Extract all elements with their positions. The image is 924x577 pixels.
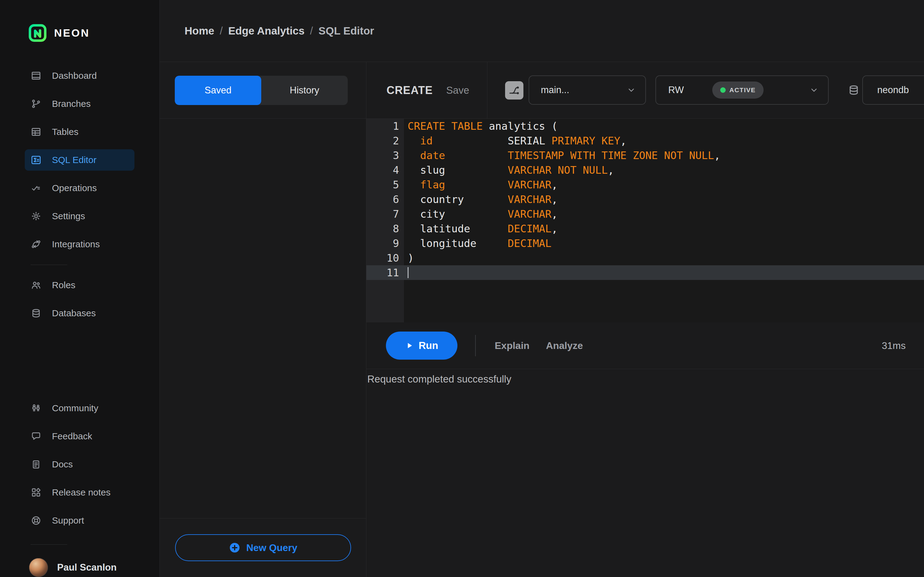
sidebar-item-tables[interactable]: Tables	[0, 118, 160, 146]
sidebar-item-label: Feedback	[52, 431, 92, 442]
tab-history[interactable]: History	[261, 76, 348, 105]
sidebar: NEON DashboardBranchesTablesSQL EditorOp…	[0, 0, 160, 577]
user-name: Paul Scanlon	[57, 562, 117, 573]
code-gutter-filler	[367, 280, 924, 322]
tab-saved[interactable]: Saved	[175, 76, 261, 105]
code-line[interactable]: 4 slug VARCHAR NOT NULL,	[367, 163, 924, 177]
code-line-content: )	[404, 251, 924, 265]
release-notes-icon	[31, 487, 42, 498]
code-line[interactable]: 1CREATE TABLE analytics (	[367, 119, 924, 134]
sidebar-item-label: Community	[52, 403, 99, 413]
brand[interactable]: NEON	[28, 24, 160, 42]
code-line[interactable]: 10)	[367, 251, 924, 265]
brand-name: NEON	[54, 27, 90, 39]
run-bar: Run Explain Analyze 31ms	[367, 322, 924, 369]
neon-logo	[28, 24, 47, 42]
sidebar-item-settings[interactable]: Settings	[0, 202, 160, 230]
tables-icon	[31, 126, 42, 137]
sidebar-item-release-notes[interactable]: Release notes	[0, 479, 160, 506]
workspace: Saved History New Query	[160, 62, 924, 577]
code-line[interactable]: 6 country VARCHAR,	[367, 192, 924, 207]
status-message: Request completed successfully	[367, 373, 924, 385]
sql-code-editor[interactable]: 1CREATE TABLE analytics (2 id SERIAL PRI…	[367, 119, 924, 322]
line-number: 10	[367, 251, 404, 265]
analyze-button[interactable]: Analyze	[546, 340, 583, 351]
sidebar-item-operations[interactable]: Operations	[0, 174, 160, 202]
operations-icon	[31, 182, 42, 193]
sidebar-item-sql-editor[interactable]: SQL Editor	[0, 146, 160, 174]
code-background	[404, 280, 924, 322]
run-bar-divider	[475, 335, 476, 356]
sidebar-item-label: SQL Editor	[52, 155, 97, 165]
main-area: Home/Edge Analytics/SQL Editor Saved His…	[160, 0, 924, 577]
line-number: 4	[367, 163, 404, 177]
sql-editor-icon	[31, 155, 42, 166]
avatar[interactable]	[29, 558, 48, 577]
sidebar-item-databases[interactable]: Databases	[0, 299, 160, 327]
compute-status-text: ACTIVE	[729, 86, 756, 94]
feedback-icon	[31, 431, 42, 442]
sidebar-item-label: Databases	[52, 308, 95, 318]
code-line-content: latitude DECIMAL,	[404, 221, 924, 236]
sidebar-item-community[interactable]: Community	[0, 394, 160, 422]
compute-select[interactable]: RW ACTIVE	[656, 76, 829, 105]
breadcrumb-separator: /	[310, 25, 313, 37]
gutter-background	[367, 280, 404, 322]
code-line[interactable]: 3 date TIMESTAMP WITH TIME ZONE NOT NULL…	[367, 148, 924, 163]
code-line[interactable]: 5 flag VARCHAR,	[367, 177, 924, 192]
new-query-button[interactable]: New Query	[175, 534, 351, 561]
sidebar-item-integrations[interactable]: Integrations	[0, 230, 160, 258]
code-line-content: date TIMESTAMP WITH TIME ZONE NOT NULL,	[404, 148, 924, 163]
sidebar-item-branches[interactable]: Branches	[0, 90, 160, 118]
line-number: 1	[367, 119, 404, 134]
code-line[interactable]: 7 city VARCHAR,	[367, 207, 924, 221]
breadcrumb-item[interactable]: Edge Analytics	[228, 25, 305, 37]
sidebar-nav-footer: CommunityFeedbackDocsRelease notesSuppor…	[0, 394, 160, 535]
sidebar-item-label: Settings	[52, 211, 85, 221]
sidebar-item-dashboard[interactable]: Dashboard	[0, 62, 160, 90]
code-line[interactable]: 9 longitude DECIMAL	[367, 236, 924, 251]
query-duration: 31ms	[882, 340, 906, 351]
run-button[interactable]: Run	[386, 332, 457, 359]
branch-compute-icon	[508, 84, 520, 97]
breadcrumb-item[interactable]: SQL Editor	[318, 25, 374, 37]
chevron-down-icon	[809, 85, 819, 95]
save-button[interactable]: Save	[446, 85, 469, 96]
saved-queries-list	[160, 119, 366, 518]
database-icon	[848, 84, 860, 96]
code-line[interactable]: 11	[367, 265, 924, 280]
sidebar-item-support[interactable]: Support	[0, 506, 160, 535]
sidebar-item-label: Branches	[52, 98, 91, 109]
app-root: NEON DashboardBranchesTablesSQL EditorOp…	[0, 0, 924, 577]
play-icon	[405, 341, 414, 350]
line-number: 2	[367, 134, 404, 148]
code-line[interactable]: 8 latitude DECIMAL,	[367, 221, 924, 236]
status-dot-icon	[720, 87, 726, 93]
roles-icon	[31, 280, 42, 291]
databases-icon	[31, 308, 42, 319]
code-line-content: country VARCHAR,	[404, 192, 924, 207]
text-cursor	[408, 267, 409, 278]
breadcrumb-item[interactable]: Home	[184, 25, 214, 37]
user-menu[interactable]: Paul Scanlon	[0, 558, 160, 577]
code-line-content: slug VARCHAR NOT NULL,	[404, 163, 924, 177]
query-title: CREATE	[386, 84, 433, 97]
branch-select[interactable]: main...	[528, 76, 646, 105]
sidebar-item-label: Roles	[52, 280, 76, 290]
support-icon	[31, 515, 42, 526]
sidebar-item-label: Support	[52, 515, 84, 526]
line-number: 5	[367, 177, 404, 192]
sidebar-user-divider	[31, 544, 67, 545]
queries-panel-footer: New Query	[160, 518, 366, 577]
integrations-icon	[31, 239, 42, 250]
sidebar-item-feedback[interactable]: Feedback	[0, 422, 160, 450]
sidebar-item-docs[interactable]: Docs	[0, 450, 160, 479]
database-select-value: neondb	[877, 85, 909, 95]
database-select[interactable]: neondb	[862, 76, 924, 105]
sidebar-item-roles[interactable]: Roles	[0, 271, 160, 299]
code-line-content: CREATE TABLE analytics (	[404, 119, 924, 134]
branch-compute-button[interactable]	[505, 81, 523, 100]
code-line[interactable]: 2 id SERIAL PRIMARY KEY,	[367, 134, 924, 148]
explain-button[interactable]: Explain	[495, 340, 530, 351]
line-number: 8	[367, 221, 404, 236]
